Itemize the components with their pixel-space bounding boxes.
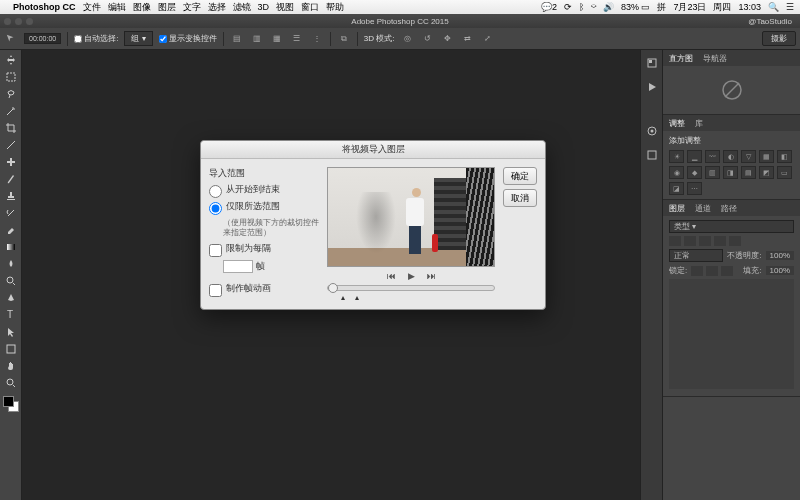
range-out-marker-icon[interactable]: ▴ (355, 293, 359, 302)
distribute-h-icon[interactable]: ☰ (290, 32, 304, 46)
scrubber-thumb[interactable] (328, 283, 338, 293)
ime-indicator[interactable]: 拼 (657, 1, 666, 14)
roll-3d-icon[interactable]: ↺ (420, 32, 434, 46)
filter-shape-icon[interactable] (714, 236, 726, 246)
radio-selected-range[interactable]: 仅限所选范围 (209, 201, 319, 215)
slide-3d-icon[interactable]: ⇄ (460, 32, 474, 46)
gradient-tool-icon[interactable] (2, 239, 20, 255)
properties-panel-icon[interactable] (645, 124, 659, 138)
tab-libraries[interactable]: 库 (695, 118, 703, 129)
limit-frames-input[interactable] (223, 260, 253, 273)
layer-filter-kind[interactable]: 类型 ▾ (669, 220, 794, 233)
menu-edit[interactable]: 编辑 (108, 1, 126, 14)
adj-more-icon[interactable]: ⋯ (687, 182, 702, 195)
lock-position-icon[interactable] (706, 266, 718, 276)
adj-levels-icon[interactable]: ▁ (687, 150, 702, 163)
menu-select[interactable]: 选择 (208, 1, 226, 14)
adj-curves-icon[interactable]: 〰 (705, 150, 720, 163)
blur-tool-icon[interactable] (2, 256, 20, 272)
tab-adjustments[interactable]: 调整 (669, 118, 685, 129)
filter-type-icon[interactable] (699, 236, 711, 246)
autoselect-dropdown[interactable]: 组 ▾ (124, 31, 152, 46)
filter-smart-icon[interactable] (729, 236, 741, 246)
history-brush-tool-icon[interactable] (2, 205, 20, 221)
adj-channel-mixer-icon[interactable]: ◆ (687, 166, 702, 179)
play-button[interactable]: ▶ (406, 271, 416, 281)
orbit-3d-icon[interactable]: ◎ (400, 32, 414, 46)
scale-3d-icon[interactable]: ⤢ (480, 32, 494, 46)
adj-threshold-icon[interactable]: ◩ (759, 166, 774, 179)
next-frame-button[interactable]: ⏭ (426, 271, 436, 281)
hand-tool-icon[interactable] (2, 358, 20, 374)
arrange-icon[interactable]: ⧉ (337, 32, 351, 46)
adj-color-lookup-icon[interactable]: ▥ (705, 166, 720, 179)
menu-filter[interactable]: 滤镜 (233, 1, 251, 14)
menu-view[interactable]: 视图 (276, 1, 294, 14)
move-tool-indicator-icon[interactable] (4, 32, 18, 46)
history-panel-icon[interactable] (645, 56, 659, 70)
tab-navigator[interactable]: 导航器 (703, 53, 727, 64)
blend-mode-dropdown[interactable]: 正常 (669, 249, 723, 262)
menu-file[interactable]: 文件 (83, 1, 101, 14)
eraser-tool-icon[interactable] (2, 222, 20, 238)
info-panel-icon[interactable] (645, 148, 659, 162)
spotlight-icon[interactable]: 🔍 (768, 2, 779, 12)
stamp-tool-icon[interactable] (2, 188, 20, 204)
align-center-icon[interactable]: ▥ (250, 32, 264, 46)
prev-frame-button[interactable]: ⏮ (386, 271, 396, 281)
marquee-tool-icon[interactable] (2, 69, 20, 85)
move-tool-icon[interactable] (2, 52, 20, 68)
filter-adjust-icon[interactable] (684, 236, 696, 246)
notification-center-icon[interactable]: ☰ (786, 2, 794, 12)
range-in-marker-icon[interactable]: ▴ (341, 293, 345, 302)
limit-frames-checkbox[interactable]: 限制为每隔 (209, 243, 319, 257)
menu-layer[interactable]: 图层 (158, 1, 176, 14)
workspace-switcher[interactable]: 摄影 (762, 31, 796, 46)
color-swatch[interactable] (3, 396, 19, 412)
show-transform-checkbox[interactable]: 显示变换控件 (159, 33, 217, 44)
zoom-tool-icon[interactable] (2, 375, 20, 391)
distribute-v-icon[interactable]: ⋮ (310, 32, 324, 46)
dodge-tool-icon[interactable] (2, 273, 20, 289)
lock-all-icon[interactable] (721, 266, 733, 276)
menu-window[interactable]: 窗口 (301, 1, 319, 14)
pen-tool-icon[interactable] (2, 290, 20, 306)
tab-histogram[interactable]: 直方图 (669, 53, 693, 64)
wand-tool-icon[interactable] (2, 103, 20, 119)
adj-selective-color-icon[interactable]: ◪ (669, 182, 684, 195)
pan-3d-icon[interactable]: ✥ (440, 32, 454, 46)
volume-icon[interactable]: 🔊 (603, 2, 614, 12)
tab-channels[interactable]: 通道 (695, 203, 711, 214)
adj-bw-icon[interactable]: ◧ (777, 150, 792, 163)
tab-layers[interactable]: 图层 (669, 203, 685, 214)
app-name[interactable]: Photoshop CC (13, 2, 76, 12)
cancel-button[interactable]: 取消 (503, 189, 537, 207)
lasso-tool-icon[interactable] (2, 86, 20, 102)
sync-icon[interactable]: ⟳ (564, 2, 572, 12)
menu-image[interactable]: 图像 (133, 1, 151, 14)
adj-posterize-icon[interactable]: ▤ (741, 166, 756, 179)
actions-panel-icon[interactable] (645, 80, 659, 94)
crop-tool-icon[interactable] (2, 120, 20, 136)
opacity-value[interactable]: 100% (766, 251, 794, 260)
wifi-icon[interactable]: ⌔ (591, 2, 596, 12)
menu-3d[interactable]: 3D (258, 2, 270, 12)
filter-pixel-icon[interactable] (669, 236, 681, 246)
traffic-lights[interactable] (4, 18, 33, 25)
scrubber[interactable] (327, 285, 495, 291)
radio-begin-to-end[interactable]: 从开始到结束 (209, 184, 319, 198)
adj-hue-icon[interactable]: ▦ (759, 150, 774, 163)
adj-invert-icon[interactable]: ◨ (723, 166, 738, 179)
lock-pixels-icon[interactable] (691, 266, 703, 276)
fill-value[interactable]: 100% (766, 266, 794, 275)
heal-tool-icon[interactable] (2, 154, 20, 170)
adj-brightness-icon[interactable]: ☀ (669, 150, 684, 163)
align-left-icon[interactable]: ▤ (230, 32, 244, 46)
tab-paths[interactable]: 路径 (721, 203, 737, 214)
adj-photo-filter-icon[interactable]: ◉ (669, 166, 684, 179)
align-right-icon[interactable]: ▦ (270, 32, 284, 46)
adj-exposure-icon[interactable]: ◐ (723, 150, 738, 163)
menu-type[interactable]: 文字 (183, 1, 201, 14)
eyedropper-tool-icon[interactable] (2, 137, 20, 153)
autoselect-checkbox[interactable]: 自动选择: (74, 33, 118, 44)
